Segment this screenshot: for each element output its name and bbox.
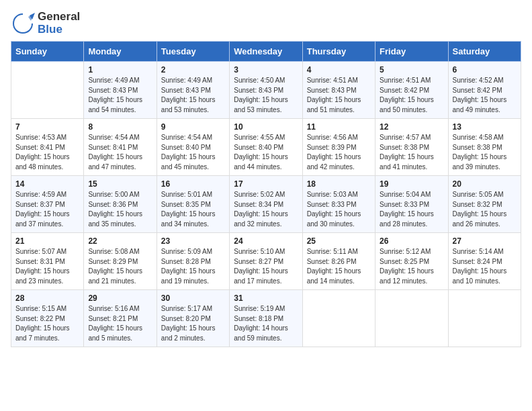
- calendar-cell: 22Sunrise: 5:08 AM Sunset: 8:29 PM Dayli…: [84, 233, 157, 290]
- cell-text: Sunrise: 5:19 AM Sunset: 8:18 PM Dayligh…: [234, 304, 298, 343]
- cell-text: Sunrise: 5:05 AM Sunset: 8:32 PM Dayligh…: [453, 190, 517, 229]
- calendar-cell: [11, 62, 84, 119]
- day-number: 8: [88, 122, 152, 132]
- cell-text: Sunrise: 5:16 AM Sunset: 8:21 PM Dayligh…: [88, 304, 152, 343]
- day-number: 21: [15, 236, 79, 246]
- day-number: 5: [380, 65, 443, 75]
- calendar-cell: 27Sunrise: 5:14 AM Sunset: 8:24 PM Dayli…: [448, 233, 521, 290]
- col-header-sunday: Sunday: [11, 42, 84, 62]
- day-number: 18: [307, 179, 371, 189]
- day-number: 22: [88, 236, 152, 246]
- cell-text: Sunrise: 4:49 AM Sunset: 8:43 PM Dayligh…: [88, 76, 152, 115]
- calendar-cell: [302, 290, 375, 347]
- calendar-cell: 4Sunrise: 4:51 AM Sunset: 8:43 PM Daylig…: [302, 62, 375, 119]
- col-header-wednesday: Wednesday: [230, 42, 302, 62]
- cell-text: Sunrise: 4:54 AM Sunset: 8:40 PM Dayligh…: [161, 133, 225, 172]
- day-number: 20: [453, 179, 517, 189]
- day-number: 25: [307, 236, 371, 246]
- cell-text: Sunrise: 5:01 AM Sunset: 8:35 PM Dayligh…: [161, 190, 225, 229]
- col-header-tuesday: Tuesday: [157, 42, 229, 62]
- calendar-cell: 20Sunrise: 5:05 AM Sunset: 8:32 PM Dayli…: [448, 176, 521, 233]
- col-header-thursday: Thursday: [302, 42, 375, 62]
- calendar-cell: 21Sunrise: 5:07 AM Sunset: 8:31 PM Dayli…: [11, 233, 84, 290]
- cell-text: Sunrise: 5:12 AM Sunset: 8:25 PM Dayligh…: [380, 247, 443, 286]
- calendar-cell: 6Sunrise: 4:52 AM Sunset: 8:42 PM Daylig…: [448, 62, 521, 119]
- calendar-cell: 13Sunrise: 4:58 AM Sunset: 8:38 PM Dayli…: [448, 119, 521, 176]
- calendar-cell: 12Sunrise: 4:57 AM Sunset: 8:38 PM Dayli…: [375, 119, 448, 176]
- day-number: 23: [161, 236, 225, 246]
- day-number: 17: [234, 179, 298, 189]
- day-number: 14: [15, 179, 79, 189]
- day-number: 26: [380, 236, 443, 246]
- calendar-cell: [375, 290, 448, 347]
- calendar-cell: 2Sunrise: 4:49 AM Sunset: 8:43 PM Daylig…: [157, 62, 229, 119]
- cell-text: Sunrise: 5:08 AM Sunset: 8:29 PM Dayligh…: [88, 247, 152, 286]
- calendar-cell: 7Sunrise: 4:53 AM Sunset: 8:41 PM Daylig…: [11, 119, 84, 176]
- calendar-cell: 17Sunrise: 5:02 AM Sunset: 8:34 PM Dayli…: [230, 176, 302, 233]
- calendar-week-5: 28Sunrise: 5:15 AM Sunset: 8:22 PM Dayli…: [11, 290, 521, 347]
- calendar-week-2: 7Sunrise: 4:53 AM Sunset: 8:41 PM Daylig…: [11, 119, 521, 176]
- calendar-cell: 29Sunrise: 5:16 AM Sunset: 8:21 PM Dayli…: [84, 290, 157, 347]
- day-number: 19: [380, 179, 443, 189]
- calendar-cell: 15Sunrise: 5:00 AM Sunset: 8:36 PM Dayli…: [84, 176, 157, 233]
- day-number: 13: [453, 122, 517, 132]
- day-number: 2: [161, 65, 225, 75]
- day-number: 15: [88, 179, 152, 189]
- cell-text: Sunrise: 4:51 AM Sunset: 8:43 PM Dayligh…: [307, 76, 371, 115]
- cell-text: Sunrise: 4:53 AM Sunset: 8:41 PM Dayligh…: [15, 133, 79, 172]
- day-number: 28: [15, 293, 79, 303]
- calendar-cell: 5Sunrise: 4:51 AM Sunset: 8:42 PM Daylig…: [375, 62, 448, 119]
- calendar-week-1: 1Sunrise: 4:49 AM Sunset: 8:43 PM Daylig…: [11, 62, 521, 119]
- logo-bird-icon: [11, 11, 35, 36]
- day-number: 11: [307, 122, 371, 132]
- cell-text: Sunrise: 5:15 AM Sunset: 8:22 PM Dayligh…: [15, 304, 79, 343]
- logo: General Blue: [11, 11, 80, 36]
- calendar-cell: 24Sunrise: 5:10 AM Sunset: 8:27 PM Dayli…: [230, 233, 302, 290]
- day-number: 9: [161, 122, 225, 132]
- cell-text: Sunrise: 5:09 AM Sunset: 8:28 PM Dayligh…: [161, 247, 225, 286]
- day-number: 16: [161, 179, 225, 189]
- logo-text-general: General: [38, 11, 80, 24]
- cell-text: Sunrise: 5:17 AM Sunset: 8:20 PM Dayligh…: [161, 304, 225, 343]
- col-header-friday: Friday: [375, 42, 448, 62]
- cell-text: Sunrise: 4:51 AM Sunset: 8:42 PM Dayligh…: [380, 76, 443, 115]
- day-number: 7: [15, 122, 79, 132]
- cell-text: Sunrise: 4:57 AM Sunset: 8:38 PM Dayligh…: [380, 133, 443, 172]
- calendar-cell: 1Sunrise: 4:49 AM Sunset: 8:43 PM Daylig…: [84, 62, 157, 119]
- logo-text-blue: Blue: [38, 24, 80, 36]
- calendar-header-row: SundayMondayTuesdayWednesdayThursdayFrid…: [11, 42, 521, 62]
- calendar-cell: 31Sunrise: 5:19 AM Sunset: 8:18 PM Dayli…: [230, 290, 302, 347]
- calendar-cell: 14Sunrise: 4:59 AM Sunset: 8:37 PM Dayli…: [11, 176, 84, 233]
- calendar-cell: 26Sunrise: 5:12 AM Sunset: 8:25 PM Dayli…: [375, 233, 448, 290]
- calendar-cell: 18Sunrise: 5:03 AM Sunset: 8:33 PM Dayli…: [302, 176, 375, 233]
- day-number: 31: [234, 293, 298, 303]
- calendar-cell: 16Sunrise: 5:01 AM Sunset: 8:35 PM Dayli…: [157, 176, 229, 233]
- cell-text: Sunrise: 4:58 AM Sunset: 8:38 PM Dayligh…: [453, 133, 517, 172]
- cell-text: Sunrise: 5:10 AM Sunset: 8:27 PM Dayligh…: [234, 247, 298, 286]
- cell-text: Sunrise: 4:50 AM Sunset: 8:43 PM Dayligh…: [234, 76, 298, 115]
- day-number: 27: [453, 236, 517, 246]
- calendar-cell: 30Sunrise: 5:17 AM Sunset: 8:20 PM Dayli…: [157, 290, 229, 347]
- cell-text: Sunrise: 5:02 AM Sunset: 8:34 PM Dayligh…: [234, 190, 298, 229]
- calendar-week-3: 14Sunrise: 4:59 AM Sunset: 8:37 PM Dayli…: [11, 176, 521, 233]
- day-number: 4: [307, 65, 371, 75]
- calendar-cell: 10Sunrise: 4:55 AM Sunset: 8:40 PM Dayli…: [230, 119, 302, 176]
- cell-text: Sunrise: 4:52 AM Sunset: 8:42 PM Dayligh…: [453, 76, 517, 115]
- calendar-cell: [448, 290, 521, 347]
- calendar-cell: 25Sunrise: 5:11 AM Sunset: 8:26 PM Dayli…: [302, 233, 375, 290]
- day-number: 6: [453, 65, 517, 75]
- header: General Blue: [11, 11, 521, 36]
- day-number: 24: [234, 236, 298, 246]
- cell-text: Sunrise: 5:04 AM Sunset: 8:33 PM Dayligh…: [380, 190, 443, 229]
- col-header-saturday: Saturday: [448, 42, 521, 62]
- cell-text: Sunrise: 5:00 AM Sunset: 8:36 PM Dayligh…: [88, 190, 152, 229]
- calendar-cell: 23Sunrise: 5:09 AM Sunset: 8:28 PM Dayli…: [157, 233, 229, 290]
- day-number: 10: [234, 122, 298, 132]
- cell-text: Sunrise: 4:55 AM Sunset: 8:40 PM Dayligh…: [234, 133, 298, 172]
- calendar-cell: 11Sunrise: 4:56 AM Sunset: 8:39 PM Dayli…: [302, 119, 375, 176]
- calendar-cell: 8Sunrise: 4:54 AM Sunset: 8:41 PM Daylig…: [84, 119, 157, 176]
- calendar-cell: 9Sunrise: 4:54 AM Sunset: 8:40 PM Daylig…: [157, 119, 229, 176]
- cell-text: Sunrise: 5:14 AM Sunset: 8:24 PM Dayligh…: [453, 247, 517, 286]
- calendar-cell: 3Sunrise: 4:50 AM Sunset: 8:43 PM Daylig…: [230, 62, 302, 119]
- cell-text: Sunrise: 5:03 AM Sunset: 8:33 PM Dayligh…: [307, 190, 371, 229]
